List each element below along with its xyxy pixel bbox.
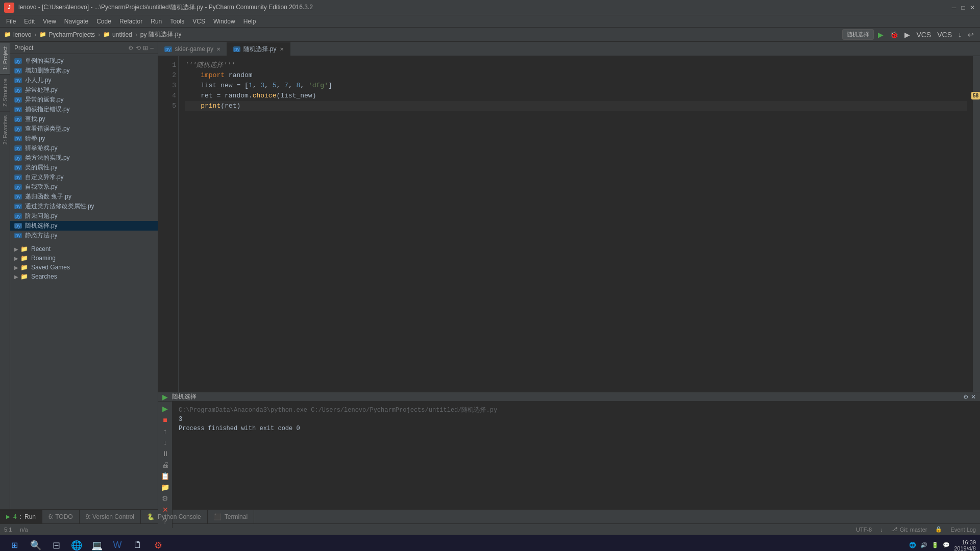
menu-refactor[interactable]: Refactor [115,17,146,26]
folder-icon-searches: 📁 [20,273,28,280]
run-pause-btn[interactable]: ⏸ [160,448,170,459]
menu-view[interactable]: View [39,17,60,26]
py-file-icon: py [14,223,22,229]
tab-python-console[interactable]: 🐍 Python Console [141,510,208,523]
event-log-btn[interactable]: Event Log [950,527,976,533]
tab-label-active: 随机选择.py [243,45,276,54]
folder-searches[interactable]: ▶ 📁 Searches [10,272,158,281]
undo-btn[interactable]: ↩ [966,30,976,40]
file-类属性[interactable]: py 类的属性.py [10,163,158,172]
file-异常返套[interactable]: py 异常的返套.py [10,95,158,105]
menu-file[interactable]: File [2,17,20,26]
status-git[interactable]: ⎇ Git: master [891,526,927,533]
settings-icon[interactable]: ⚙ [963,393,969,400]
run-print-btn[interactable]: 🖨 [160,460,170,470]
file-递归[interactable]: py 递归函数 兔子.py [10,192,158,202]
run-btn[interactable]: ▶ [876,30,886,40]
file-增加[interactable]: py 增加删除元素.py [10,66,158,76]
run-play-btn[interactable]: ▶ [160,404,170,414]
taskbar-chrome[interactable]: 🌐 [67,536,86,552]
sync-icon[interactable]: ⟲ [136,44,141,52]
close-icon[interactable]: ✕ [971,393,976,400]
run-header-icons: ⚙ ✕ [963,393,976,400]
maximize-btn[interactable]: □ [960,4,967,11]
close-btn[interactable]: ✕ [969,4,976,11]
tab-project[interactable]: 1: Project [0,42,10,74]
menu-code[interactable]: Code [92,17,115,26]
taskbar-word[interactable]: W [108,536,127,552]
tab-py-icon-2: py [233,46,241,52]
file-捕获[interactable]: py 捕获指定错误.py [10,105,158,114]
file-类方法[interactable]: py 类方法的实现.py [10,153,158,163]
file-查看错误[interactable]: py 查看错误类型.py [10,124,158,134]
menu-edit[interactable]: Edit [20,17,39,26]
code-editor[interactable]: '''随机选择''' import random list_new = [1, … [179,56,973,392]
file-阶乘[interactable]: py 阶乘问题.py [10,211,158,221]
tab-favorites[interactable]: 2: Favorites [0,111,10,148]
menu-tools[interactable]: Tools [166,17,188,26]
run-down-btn[interactable]: ↓ [160,437,170,447]
file-tree: py 单例的实现.py py 增加删除元素.py py 小人儿.py py 异常… [10,54,158,509]
taskbar-taskview[interactable]: ⊟ [47,536,65,552]
file-查找[interactable]: py 查找.py [10,114,158,124]
collapse-icon[interactable]: – [150,44,154,52]
run-stop-btn[interactable]: ■ [160,415,170,425]
tab-skier[interactable]: py skier-game.py ✕ [158,42,227,56]
file-单例[interactable]: py 单例的实现.py [10,56,158,66]
file-小人[interactable]: py 小人儿.py [10,76,158,85]
expand-icon[interactable]: ⊞ [143,44,148,52]
breadcrumb-lenovo[interactable]: lenovo [13,31,31,38]
tab-close-btn-2[interactable]: ✕ [280,46,284,52]
coverage-btn[interactable]: ▶ [902,30,912,40]
breadcrumb-projects[interactable]: PycharmProjects [48,31,95,38]
vcs-push-btn[interactable]: VCS [935,30,954,40]
run-process-msg: Process finished with exit code 0 [179,424,974,433]
tab-structure[interactable]: Z-Structure [0,74,10,111]
gear-icon[interactable]: ⚙ [128,44,134,52]
run-filter-btn[interactable]: ⚙ [160,493,170,504]
status-encoding[interactable]: UTF-8 [856,527,872,533]
tab-run[interactable]: ▶ 4: Run [0,510,42,523]
file-猜拳游戏[interactable]: py 猜拳游戏.py [10,143,158,153]
taskbar-extra[interactable]: ⚙ [149,536,167,552]
tab-random[interactable]: py 随机选择.py ✕ [227,42,290,56]
minimize-btn[interactable]: ─ [950,4,958,11]
taskbar-notes[interactable]: 🗒 [129,536,147,552]
file-自定义异常[interactable]: py 自定义异常.py [10,172,158,182]
tab-todo[interactable]: 6: TODO [42,510,80,523]
vcs-btn[interactable]: VCS [914,30,933,40]
folder-saved-games[interactable]: ▶ 📁 Saved Games [10,263,158,272]
tab-run-label: : [20,513,21,520]
taskbar-clock[interactable]: 16:39 2019/4/8 [954,539,976,552]
update-btn[interactable]: ↓ [956,30,964,40]
menu-run[interactable]: Run [146,17,166,26]
menu-navigate[interactable]: Navigate [60,17,92,26]
file-猜拳[interactable]: py 猜拳.py [10,134,158,143]
folder-roaming[interactable]: ▶ 📁 Roaming [10,254,158,263]
file-异常处理[interactable]: py 异常处理.py [10,85,158,95]
folder-recent[interactable]: ▶ 📁 Recent [10,244,158,254]
run-rerun-btn[interactable]: ↑ [160,426,170,436]
folder-label: Searches [31,273,57,280]
file-随机选择[interactable]: py 随机选择.py [10,221,158,231]
breadcrumb-untitled[interactable]: untitled [112,31,132,38]
tab-version-control[interactable]: 9: Version Control [80,510,141,523]
file-静态方法[interactable]: py 静态方法.py [10,231,158,240]
file-通过类方法[interactable]: py 通过类方法修改类属性.py [10,202,158,211]
taskbar-search[interactable]: 🔍 [27,536,45,552]
start-button[interactable]: ⊞ [4,535,24,552]
tab-terminal[interactable]: ⬛ Terminal [208,510,254,523]
run-scroll-btn[interactable]: 📋 [160,471,170,481]
menu-vcs[interactable]: VCS [188,17,209,26]
taskbar-pycharm[interactable]: 💻 [88,536,106,552]
file-自我联系[interactable]: py 自我联系.py [10,182,158,192]
run-fold-btn[interactable]: 📁 [160,482,170,492]
breadcrumb-file[interactable]: 随机选择.py [149,30,181,39]
file-label: 猜拳游戏.py [25,144,58,153]
menu-help[interactable]: Help [239,17,260,26]
run-config-btn[interactable]: 随机选择 [842,29,874,40]
tab-close-btn[interactable]: ✕ [216,46,220,52]
menu-window[interactable]: Window [209,17,239,26]
py-file-icon: py [14,116,22,122]
debug-btn[interactable]: 🐞 [888,30,900,40]
